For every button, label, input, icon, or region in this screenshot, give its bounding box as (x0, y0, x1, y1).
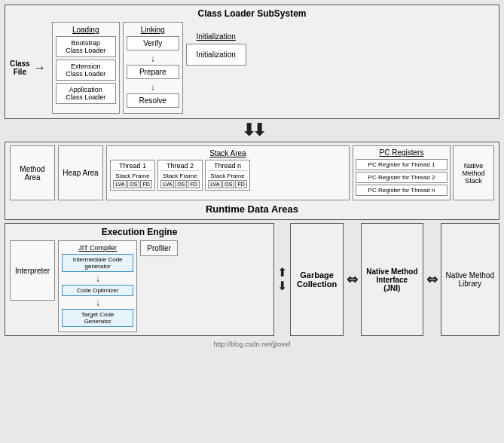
linking-box: Linking Verify ↓ Prepare ↓ Resolve (123, 22, 183, 114)
main-container: Class Loader SubSystem Class File → Load… (0, 0, 504, 443)
extension-loader: ExtensionClass Loader (56, 60, 116, 81)
stack-area: Stack Area Thread 1 Stack Frame LVA OS F… (106, 145, 350, 200)
gc-box: Garbage Collection (290, 223, 344, 336)
pc-registers-title: PC Registers (356, 148, 447, 157)
init-section: Initialization Initialization (186, 22, 246, 114)
execution-engine-title: Execution Engine (10, 227, 269, 237)
jit-compiler-box: JIT Compiler Intermediate Codegenerator … (58, 240, 137, 332)
thread-n-title: Thread n (207, 162, 248, 171)
jit-arrow-1: ↓ (62, 273, 133, 284)
resolve-item: Resolve (127, 93, 179, 108)
url-text: http://blog.csdn.net/jjtovef (5, 341, 499, 348)
bottom-section: Execution Engine Interpreter JIT Compile… (5, 223, 499, 336)
threads-row: Thread 1 Stack Frame LVA OS FD Thread 2 … (110, 160, 346, 191)
thread-1-title: Thread 1 (112, 162, 153, 171)
loading-title: Loading (56, 26, 116, 34)
thread-n-box: Thread n Stack Frame LVA OS FD (205, 160, 250, 191)
thread-2-stack-frame: Stack Frame (160, 173, 200, 179)
profiler-box: Profiler (140, 240, 178, 256)
class-loader-title: Class Loader SubSystem (10, 8, 494, 19)
linking-title: Linking (141, 26, 165, 34)
bootstrap-loader: BootstrapClass Loader (56, 36, 116, 57)
arrow-down-1: ↓ (151, 53, 155, 64)
os-cell-1: OS (127, 180, 139, 188)
native-method-library: Native Method Library (441, 223, 499, 336)
heap-area: Heap Area (58, 145, 103, 200)
application-loader: ApplicationClass Loader (56, 83, 116, 104)
lva-cell-2: LVA (160, 180, 174, 188)
runtime-section: Method Area Heap Area Stack Area Thread … (5, 142, 499, 220)
fd-cell-n: FD (235, 180, 246, 188)
os-cell-n: OS (222, 180, 234, 188)
jit-item-3: Target CodeGenerator (62, 309, 133, 327)
thread-n-stack-frame: Stack Frame (207, 173, 248, 179)
thread-n-lva: LVA OS FD (207, 180, 248, 188)
big-arrow-1: ⬇⬇ (5, 122, 499, 139)
init-box: Initialization (186, 44, 246, 66)
execution-engine: Execution Engine Interpreter JIT Compile… (5, 223, 274, 336)
class-file-label: Class File (10, 60, 30, 76)
class-loader-subsystem: Class Loader SubSystem Class File → Load… (5, 5, 499, 119)
interpreter-box: Interpreter (10, 240, 55, 301)
native-method-stack: Native Method Stack (453, 145, 494, 200)
pc-registers-box: PC Registers PC Register for Thread 1 PC… (353, 145, 451, 200)
loading-box: Loading BootstrapClass Loader ExtensionC… (52, 22, 120, 114)
thread-2-box: Thread 2 Stack Frame LVA OS FD (157, 160, 203, 191)
method-area: Method Area (10, 145, 55, 200)
arrow-down-2: ↓ (151, 82, 155, 93)
jit-item-2: Code Optimizer (62, 285, 133, 296)
os-cell-2: OS (175, 180, 187, 188)
native-method-interface: Native Method Interface (JNI) (361, 223, 423, 336)
thread-1-stack-frame: Stack Frame (112, 173, 153, 179)
engine-gc-arrows: ⬆ ⬇ (277, 223, 287, 336)
class-file-arrow: → (34, 62, 46, 74)
runtime-data-label: Runtime Data Areas (10, 203, 494, 215)
jit-compiler-title: JIT Compiler (62, 244, 133, 252)
gc-nmi-arrows: ⇔ (347, 223, 358, 336)
thread-2-title: Thread 2 (160, 162, 200, 171)
jit-arrow-2: ↓ (62, 298, 133, 308)
fd-cell-2: FD (188, 180, 199, 188)
exec-inner: Interpreter JIT Compiler Intermediate Co… (10, 240, 269, 332)
stack-area-title: Stack Area (110, 149, 346, 157)
thread-1-lva: LVA OS FD (112, 180, 153, 188)
lva-cell-1: LVA (113, 180, 127, 188)
prepare-item: Prepare (127, 65, 179, 79)
pc-native-group: PC Registers PC Register for Thread 1 PC… (353, 145, 494, 200)
thread-2-lva: LVA OS FD (160, 180, 200, 188)
fd-cell-1: FD (140, 180, 151, 188)
pc-thread-2: PC Register for Thread 2 (356, 172, 447, 183)
pc-thread-1: PC Register for Thread 1 (356, 159, 447, 170)
jit-item-1: Intermediate Codegenerator (62, 254, 133, 272)
pc-thread-n: PC Register for Thread n (356, 185, 447, 196)
verify-item: Verify (127, 36, 179, 50)
lva-cell-n: LVA (208, 180, 221, 188)
thread-1-box: Thread 1 Stack Frame LVA OS FD (110, 160, 155, 191)
nmi-lib-arrows: ⇔ (426, 223, 438, 336)
init-label: Initialization (197, 32, 236, 41)
